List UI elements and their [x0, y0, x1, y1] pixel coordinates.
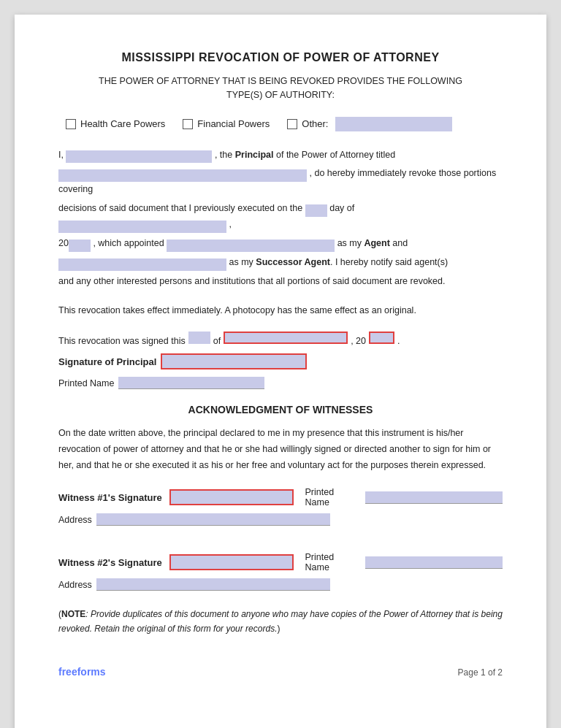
signed-date-line: This revocation was signed this of , 20 …: [58, 332, 503, 346]
witness1-sig-label: Witness #1's Signature: [58, 492, 162, 503]
health-care-label: Health Care Powers: [80, 118, 165, 129]
document-subtitle: THE POWER OF ATTORNEY THAT IS BEING REVO…: [58, 74, 503, 102]
document-title: MISSISSIPPI REVOCATION OF POWER OF ATTOR…: [58, 51, 503, 64]
executed-month-year-field[interactable]: [58, 221, 226, 233]
witness1-address-label: Address: [58, 515, 92, 525]
20-text: 20: [58, 238, 69, 248]
brand-accent: forms: [77, 666, 106, 678]
health-care-checkbox[interactable]: [66, 119, 76, 129]
witness1-sig-field[interactable]: [169, 489, 294, 505]
as-agent-text: as my Agent and: [337, 238, 408, 248]
acknowledgment-title: ACKNOWLEDGMENT OF WITNESSES: [58, 404, 503, 415]
witness1-address-row: Address: [58, 513, 503, 526]
other-checkbox[interactable]: [287, 119, 297, 129]
signed-day-field[interactable]: [188, 332, 210, 344]
witness2-address-field[interactable]: [96, 578, 330, 591]
principal-name-field[interactable]: [66, 150, 212, 163]
signed-month-field[interactable]: [224, 332, 348, 344]
financial-option[interactable]: Financial Powers: [183, 118, 270, 129]
witness2-printed-label: Printed Name: [305, 552, 358, 572]
day-of-text: day of: [329, 203, 354, 213]
acknowledgment-body: On the date written above, the principal…: [58, 426, 503, 474]
other-option[interactable]: Other:: [287, 117, 452, 131]
freeforms-logo: freeforms: [58, 666, 106, 678]
principal-sig-field[interactable]: [161, 353, 307, 369]
note-bold: NOTE: [61, 609, 85, 619]
note-block: (NOTE: Provide duplicates of this docume…: [58, 607, 503, 637]
signed-pre: This revocation was signed this: [58, 336, 186, 346]
witness2-sig-label: Witness #2's Signature: [58, 557, 162, 568]
comma-text: ,: [229, 219, 231, 229]
witness1-address-field[interactable]: [96, 513, 330, 526]
printed-name-label: Printed Name: [58, 378, 114, 388]
document-page: MISSISSIPPI REVOCATION OF POWER OF ATTOR…: [15, 15, 546, 728]
page-number: Page 1 of 2: [458, 667, 503, 678]
poa-title-field[interactable]: [58, 169, 307, 182]
of-text: of: [213, 336, 221, 346]
principal-printed-field[interactable]: [118, 377, 264, 389]
revocation-body: I, , the Principal of the Power of Attor…: [58, 147, 503, 290]
witness2-printed-field[interactable]: [365, 556, 503, 569]
executed-day-field[interactable]: [305, 204, 327, 217]
witness1-sig-row: Witness #1's Signature Printed Name: [58, 487, 503, 507]
year-field[interactable]: [69, 240, 91, 252]
notify-text: and any other interested persons and ins…: [58, 276, 446, 286]
successor-agent-field[interactable]: [58, 258, 226, 271]
witness2-address-row: Address: [58, 578, 503, 591]
witness1-block: Witness #1's Signature Printed Name Addr…: [58, 487, 503, 526]
witness1-printed-field[interactable]: [365, 491, 503, 504]
witness2-sig-row: Witness #2's Signature Printed Name: [58, 552, 503, 572]
note-italic: : Provide duplicates of this document to…: [58, 609, 503, 634]
witness2-block: Witness #2's Signature Printed Name Addr…: [58, 552, 503, 591]
revocation-notice: This revocation takes effect immediately…: [58, 303, 503, 319]
footer: freeforms Page 1 of 2: [58, 666, 503, 678]
decisions-text: decisions of said document that I previo…: [58, 203, 302, 213]
financial-checkbox[interactable]: [183, 119, 193, 129]
financial-label: Financial Powers: [197, 118, 270, 129]
health-care-option[interactable]: Health Care Powers: [66, 118, 165, 129]
period-text: .: [397, 336, 400, 346]
comma-20-text: , 20: [351, 336, 366, 346]
sig-principal-label: Signature of Principal: [58, 356, 156, 367]
signed-year-field[interactable]: [369, 332, 394, 344]
witness2-address-label: Address: [58, 580, 92, 590]
principal-signature-row: Signature of Principal: [58, 353, 503, 369]
authority-types-row: Health Care Powers Financial Powers Othe…: [58, 117, 503, 131]
the-principal-text: , the Principal of the Power of Attorney…: [215, 150, 395, 160]
i-label: I,: [58, 150, 64, 160]
appointed-text: , which appointed: [93, 238, 167, 248]
witness2-sig-field[interactable]: [169, 554, 294, 570]
principal-printed-name-row: Printed Name: [58, 377, 503, 389]
witness1-printed-label: Printed Name: [305, 487, 358, 507]
other-label: Other:: [302, 118, 328, 129]
other-text-input[interactable]: [335, 117, 452, 131]
brand-pre: free: [58, 666, 77, 678]
successor-text: as my Successor Agent. I hereby notify s…: [229, 257, 448, 267]
agent-name-field[interactable]: [167, 240, 335, 252]
